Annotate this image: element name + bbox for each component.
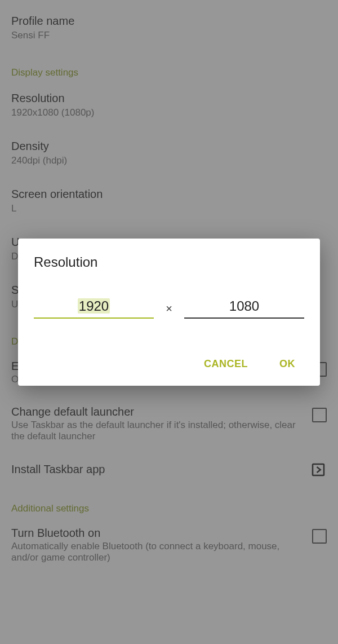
height-input[interactable]: 1080 bbox=[184, 295, 304, 319]
resolution-dialog: Resolution 1920 × 1080 CANCEL OK bbox=[18, 239, 320, 386]
dialog-title: Resolution bbox=[34, 254, 304, 270]
dialog-actions: CANCEL OK bbox=[34, 352, 304, 376]
ok-button[interactable]: OK bbox=[273, 355, 302, 373]
resolution-input-row: 1920 × 1080 bbox=[34, 295, 304, 319]
cancel-button[interactable]: CANCEL bbox=[197, 355, 255, 373]
width-value-selected: 1920 bbox=[78, 298, 110, 314]
modal-overlay[interactable]: Resolution 1920 × 1080 CANCEL OK bbox=[0, 0, 338, 644]
width-input[interactable]: 1920 bbox=[34, 295, 154, 319]
multiply-icon: × bbox=[164, 302, 174, 319]
